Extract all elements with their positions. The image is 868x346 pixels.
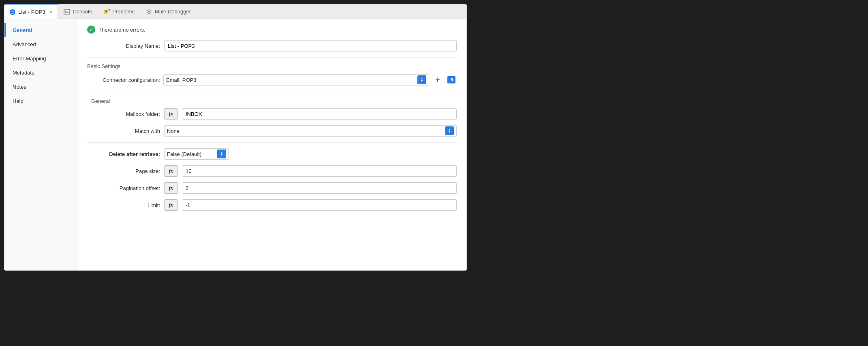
- page-size-fx-button[interactable]: fx: [164, 165, 178, 177]
- pagination-offset-fx-button[interactable]: fx: [164, 182, 178, 194]
- tab-problems-label: Problems: [112, 9, 135, 15]
- svg-point-9: [148, 11, 150, 13]
- mailbox-folder-input[interactable]: [182, 108, 457, 120]
- match-with-value: None: [167, 128, 445, 134]
- match-with-select[interactable]: None ▴▾: [164, 125, 457, 137]
- delete-after-retrieve-row: Delete after retrieve: False (Default) ▴…: [87, 148, 457, 160]
- limit-label: Limit:: [87, 202, 160, 208]
- tab-mule-debugger-label: Mule Debugger: [155, 9, 191, 15]
- mailbox-folder-label: Mailbox folder:: [87, 111, 160, 117]
- match-with-row: Match with None ▴▾: [87, 125, 457, 137]
- sidebar-item-notes[interactable]: Notes: [4, 80, 77, 94]
- svg-marker-7: [108, 9, 110, 11]
- connector-config-select[interactable]: Email_POP3 ▴▾: [163, 74, 429, 85]
- form-area: ✓ There are no errors. Display Name: Bas…: [77, 19, 466, 270]
- connector-config-label: Connector configuration:: [87, 77, 160, 83]
- status-message: There are no errors.: [98, 27, 145, 33]
- pagination-offset-row: Pagination offset: fx: [87, 182, 457, 194]
- general-subsection-heading: General: [87, 98, 457, 104]
- edit-connector-button[interactable]: ✎: [446, 75, 457, 85]
- add-connector-button[interactable]: +: [432, 75, 443, 85]
- mailbox-folder-fx-button[interactable]: fx: [164, 108, 178, 120]
- delete-after-retrieve-value: False (Default): [167, 151, 215, 157]
- display-name-input[interactable]: [164, 40, 457, 51]
- tab-problems[interactable]: Problems: [98, 4, 140, 19]
- debugger-tab-icon: [146, 9, 152, 15]
- sidebar-item-error-mapping[interactable]: Error Mapping: [4, 51, 77, 66]
- sidebar: General Advanced Error Mapping Metadata …: [4, 19, 77, 270]
- mailbox-folder-row: Mailbox folder: fx: [87, 108, 457, 120]
- tab-list-pop3-close[interactable]: ✕: [49, 9, 53, 15]
- status-bar: ✓ There are no errors.: [87, 26, 457, 34]
- match-with-label: Match with: [87, 128, 160, 134]
- tab-console-label: Console: [73, 9, 92, 15]
- edit-icon: ✎: [447, 76, 455, 83]
- pagination-offset-label: Pagination offset:: [87, 185, 160, 191]
- tab-list-pop3-label: List - POP3: [18, 9, 45, 15]
- pagination-offset-input[interactable]: [182, 182, 457, 194]
- tab-console[interactable]: Console: [58, 4, 98, 19]
- divider-2: [87, 92, 457, 92]
- delete-after-retrieve-arrow[interactable]: ▴▾: [217, 150, 226, 158]
- chevron-updown-match-icon: ▴▾: [449, 128, 450, 134]
- page-size-label: Page size:: [87, 168, 160, 174]
- sidebar-item-advanced[interactable]: Advanced: [4, 37, 77, 51]
- sidebar-item-general[interactable]: General: [4, 23, 77, 37]
- tab-mule-debugger[interactable]: Mule Debugger: [140, 4, 197, 19]
- app-window: @ List - POP3 ✕ Console: [4, 4, 467, 271]
- delete-after-retrieve-label: Delete after retrieve:: [87, 151, 160, 157]
- sidebar-item-help[interactable]: Help: [4, 94, 77, 108]
- display-name-row: Display Name:: [87, 40, 457, 51]
- tab-list-pop3[interactable]: @ List - POP3 ✕: [4, 4, 58, 19]
- connector-config-row: Connector configuration: Email_POP3 ▴▾ +…: [87, 74, 457, 85]
- delete-after-retrieve-select[interactable]: False (Default) ▴▾: [164, 148, 229, 160]
- console-tab-icon: [64, 9, 70, 15]
- match-with-arrow[interactable]: ▴▾: [445, 126, 454, 135]
- page-size-row: Page size: fx: [87, 165, 457, 177]
- list-pop3-tab-icon: @: [9, 9, 16, 15]
- limit-input[interactable]: [182, 199, 457, 211]
- divider-1: [87, 57, 457, 58]
- problems-tab-icon: [103, 9, 110, 15]
- display-name-label: Display Name:: [87, 43, 160, 49]
- main-content: General Advanced Error Mapping Metadata …: [4, 19, 466, 270]
- chevron-updown-icon: ▴▾: [421, 77, 423, 83]
- tab-bar: @ List - POP3 ✕ Console: [4, 4, 466, 19]
- page-size-input[interactable]: [182, 165, 457, 177]
- divider-3: [87, 142, 457, 143]
- limit-row: Limit: fx: [87, 199, 457, 211]
- svg-text:@: @: [11, 11, 15, 15]
- chevron-updown-delete-icon: ▴▾: [221, 152, 222, 157]
- limit-fx-button[interactable]: fx: [164, 199, 178, 211]
- plus-icon: +: [435, 76, 440, 84]
- connector-config-arrow[interactable]: ▴▾: [417, 75, 426, 84]
- sidebar-item-metadata[interactable]: Metadata: [4, 66, 77, 80]
- svg-rect-2: [64, 9, 70, 14]
- status-icon: ✓: [87, 26, 95, 34]
- connector-config-value: Email_POP3: [166, 77, 415, 83]
- basic-settings-heading: Basic Settings: [87, 63, 457, 69]
